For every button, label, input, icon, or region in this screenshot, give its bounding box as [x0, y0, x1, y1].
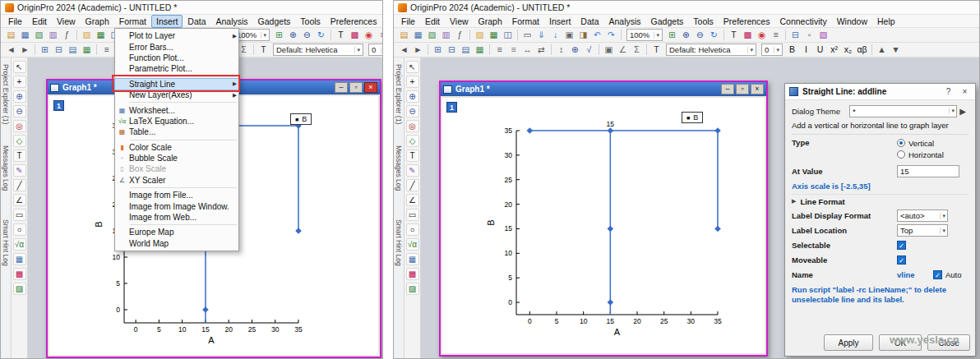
menu-view[interactable]: View — [52, 15, 81, 28]
circle-tool-icon[interactable]: ○ — [13, 223, 26, 236]
insert-menu-item-box-scale[interactable]: ▯Box Scale — [115, 163, 238, 174]
docked-tab-project-explorer-1[interactable]: Project Explorer (1) — [395, 64, 403, 124]
new-layer-icon[interactable]: ⊞ — [38, 44, 52, 57]
layer-1-badge[interactable]: 1 — [53, 100, 64, 111]
insert-menu-item-table[interactable]: ▦Table... — [115, 127, 238, 137]
zoom-in-icon[interactable]: ⊕ — [679, 29, 693, 42]
menu-analysis[interactable]: Analysis — [604, 15, 646, 28]
draw-tool-icon[interactable]: ✎ — [406, 164, 419, 177]
axis-scale-icon[interactable]: ↕ — [554, 44, 568, 57]
highlight-icon[interactable]: ◉ — [362, 29, 376, 42]
font-larger-icon[interactable]: ▲ — [875, 44, 889, 57]
insert-menu-item-image-from-web[interactable]: Image from Web... — [115, 212, 238, 223]
minimize-icon[interactable]: – — [335, 82, 348, 93]
pointer-tool-icon[interactable]: ↖ — [13, 61, 26, 73]
open-excel-icon[interactable]: ▦ — [94, 29, 108, 42]
zoom-out-icon[interactable]: ⊖ — [693, 29, 707, 42]
insert-menu-item-latex-equation[interactable]: √αLaTeX Equation... — [115, 116, 238, 127]
add-text-icon[interactable]: T — [334, 29, 348, 42]
minimize-icon[interactable]: – — [721, 84, 734, 94]
docked-tab-messages-log[interactable]: Messages Log — [2, 145, 10, 191]
font-name-combo[interactable]: Default: Helvetica▾ — [273, 44, 363, 56]
insert-menu-item-plot-to-layer[interactable]: Plot to Layer▶ — [115, 30, 238, 41]
equation-tool-icon[interactable]: √α — [13, 238, 26, 251]
worksheet-tool-icon[interactable]: ▦ — [13, 253, 26, 265]
zoom-pan-tool-icon[interactable]: ⊖ — [406, 105, 419, 117]
plot-legend[interactable]: ■ B — [682, 112, 703, 123]
merge-graph-icon[interactable]: ▦ — [473, 44, 487, 57]
draw-tool-icon[interactable]: ✎ — [13, 164, 26, 177]
data-reader-tool-icon[interactable]: ◎ — [13, 120, 26, 132]
previous-window-icon[interactable]: ◄ — [4, 44, 18, 57]
layer-1-badge[interactable]: 1 — [446, 102, 457, 113]
mask-icon[interactable]: ▧ — [816, 29, 830, 42]
refresh-icon[interactable]: ↻ — [707, 29, 721, 42]
menu-connectivity[interactable]: Connectivity — [381, 15, 383, 28]
equation-tool-icon[interactable]: √α — [406, 238, 419, 251]
close-icon[interactable]: × — [959, 85, 971, 98]
vertical-radio[interactable]: Vertical — [897, 139, 944, 148]
theme-flyout-button[interactable]: ▶ — [957, 105, 968, 117]
new-function-icon[interactable]: ƒ — [60, 29, 74, 42]
menu-data[interactable]: Data — [576, 15, 603, 28]
graph-page[interactable]: 1 0510152025303505101520253035AB15 ■ B — [442, 98, 765, 353]
font-size-combo[interactable]: 0▾ — [761, 44, 783, 56]
menu-window[interactable]: Window — [832, 15, 872, 28]
docked-tab-smart-hint-log[interactable]: Smart Hint Log — [2, 219, 10, 266]
paste-icon[interactable]: ◨ — [576, 29, 590, 42]
data-selector-tool-icon[interactable]: ◇ — [13, 135, 26, 147]
rescale-icon[interactable]: ⊞ — [665, 29, 679, 42]
zoom-pan-tool-icon[interactable]: ⊖ — [13, 105, 26, 117]
insert-menu-item-color-scale[interactable]: ▮Color Scale — [115, 142, 238, 153]
graph-window-titlebar[interactable]: Graph1 * – ▫ × — [441, 82, 766, 96]
insert-menu-item-world-map[interactable]: World Map — [115, 238, 238, 249]
print-icon[interactable]: ▭ — [520, 29, 534, 42]
greek-icon[interactable]: αβ — [855, 44, 869, 57]
menu-preferences[interactable]: Preferences — [326, 15, 382, 28]
menu-format[interactable]: Format — [114, 15, 151, 28]
new-project-icon[interactable]: ▤ — [397, 29, 411, 42]
new-matrix-icon[interactable]: ▥ — [439, 29, 453, 42]
log-scale-icon[interactable]: √ — [582, 44, 596, 57]
import-wizard-icon[interactable]: ⇓ — [534, 29, 548, 42]
maximize-icon[interactable]: ▫ — [736, 84, 749, 94]
script-window-icon[interactable]: ≡ — [376, 29, 382, 42]
new-workbook-icon[interactable]: ▦ — [18, 29, 32, 42]
menu-analysis[interactable]: Analysis — [211, 15, 253, 28]
menu-connectivity[interactable]: Connectivity — [774, 15, 831, 28]
font-size-combo[interactable]: 0▾ — [368, 44, 382, 56]
rescale-icon[interactable]: ⊞ — [272, 29, 286, 42]
data-reader-tool-icon[interactable]: ◎ — [406, 120, 419, 132]
save-icon[interactable]: ◫ — [501, 29, 515, 42]
add-xy-scale-icon[interactable]: ∠ — [616, 44, 630, 57]
label-display-format-combo[interactable]: <auto> ▾ — [897, 209, 948, 222]
subscript-icon[interactable]: x₂ — [841, 44, 855, 57]
import-file-icon[interactable]: ↓ — [548, 29, 562, 42]
close-icon[interactable]: × — [751, 84, 764, 94]
add-date-stamp-icon[interactable]: Σ — [630, 44, 644, 57]
new-function-icon[interactable]: ƒ — [453, 29, 467, 42]
polyline-tool-icon[interactable]: ∠ — [406, 194, 419, 206]
docked-tab-messages-log[interactable]: Messages Log — [395, 145, 403, 191]
insert-menu-item-parametric-plot[interactable]: Parametric Plot... — [115, 63, 238, 74]
new-workbook-icon[interactable]: ▦ — [411, 29, 425, 42]
extract-layer-icon[interactable]: ⊟ — [52, 44, 66, 57]
color-palette-icon[interactable]: ▩ — [741, 29, 755, 42]
menu-insert[interactable]: Insert — [151, 15, 183, 28]
highlight-icon[interactable]: ◉ — [755, 29, 769, 42]
menu-file[interactable]: File — [3, 15, 27, 28]
menu-gadgets[interactable]: Gadgets — [253, 15, 296, 28]
line-tool-icon[interactable]: ╱ — [406, 179, 419, 191]
menu-graph[interactable]: Graph — [81, 15, 114, 28]
new-project-icon[interactable]: ▤ — [4, 29, 18, 42]
pointer-tool-icon[interactable]: ↖ — [406, 61, 419, 73]
distribute-horizontal-icon[interactable]: ↔ — [520, 44, 534, 57]
open-icon[interactable]: ▨ — [80, 29, 94, 42]
color-palette-icon[interactable]: ▩ — [348, 29, 362, 42]
align-left-icon[interactable]: ≡ — [99, 44, 113, 57]
open-icon[interactable]: ▨ — [473, 29, 487, 42]
color-palette-tool-icon[interactable]: ▩ — [406, 268, 419, 280]
selectable-checkbox[interactable]: ✓ — [897, 241, 906, 250]
graph-window[interactable]: Graph1 * – ▫ × 1 05101520253035051015202… — [439, 81, 768, 357]
screen-reader-tool-icon[interactable]: + — [406, 76, 419, 88]
